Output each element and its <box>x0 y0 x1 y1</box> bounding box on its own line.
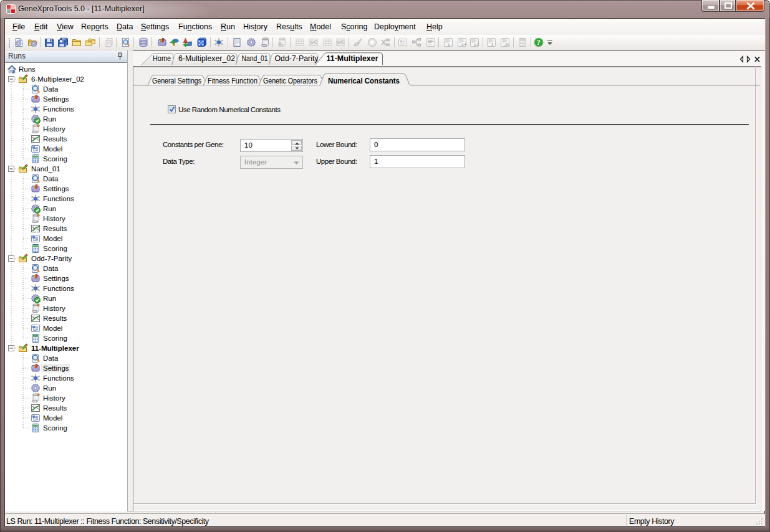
svg-text:Runs: Runs <box>19 65 36 73</box>
svg-text:Scoring: Scoring <box>43 335 67 342</box>
svg-text:Scoring: Scoring <box>43 155 67 163</box>
svg-text:Nand_01: Nand_01 <box>242 54 268 63</box>
svg-text:Model: Model <box>43 325 62 332</box>
svg-text:History: History <box>43 125 65 133</box>
svg-text:11-Multiplexer: 11-Multiplexer <box>31 344 79 352</box>
svg-text:Data: Data <box>43 175 59 183</box>
svg-text:Functions: Functions <box>43 285 74 292</box>
svg-text:Data: Data <box>43 85 59 93</box>
svg-text:?: ? <box>537 38 541 47</box>
svg-text:Results: Results <box>43 225 67 232</box>
svg-text:11-Multiplexer: 11-Multiplexer <box>327 54 378 63</box>
svg-text:6-Multiplexer_02: 6-Multiplexer_02 <box>31 75 84 83</box>
svg-text:c++: c++ <box>461 42 467 47</box>
svg-text:Results: Results <box>43 315 67 322</box>
svg-text:Scoring: Scoring <box>43 245 67 252</box>
svg-text:Functions: Functions <box>43 195 74 202</box>
svg-text:Data: Data <box>43 354 59 362</box>
svg-text:Numerical Constants: Numerical Constants <box>328 77 400 85</box>
svg-text:Genetic Operators: Genetic Operators <box>263 77 317 85</box>
svg-text:Functions: Functions <box>43 374 74 382</box>
svg-text:Settings: Settings <box>43 95 69 103</box>
svg-text:Odd-7-Parity: Odd-7-Parity <box>275 54 319 63</box>
svg-text:History: History <box>43 394 65 402</box>
svg-text:Model: Model <box>43 235 62 242</box>
svg-text:Fitness Function: Fitness Function <box>208 77 257 85</box>
svg-text:Results: Results <box>43 404 67 412</box>
svg-text:Home: Home <box>153 54 171 63</box>
svg-text:History: History <box>43 305 65 312</box>
svg-text:Run: Run <box>43 384 56 392</box>
svg-text:Scoring: Scoring <box>43 424 67 432</box>
svg-text:History: History <box>43 215 65 222</box>
svg-text:Settings: Settings <box>43 185 69 192</box>
svg-text:Data: Data <box>43 265 59 272</box>
svg-text:Run: Run <box>43 115 56 123</box>
svg-text:6-Multiplexer_02: 6-Multiplexer_02 <box>178 54 235 63</box>
svg-text:Odd-7-Parity: Odd-7-Parity <box>31 255 72 262</box>
svg-text:Model: Model <box>43 145 62 153</box>
svg-text:Run: Run <box>43 205 56 212</box>
svg-text:Functions: Functions <box>43 105 74 113</box>
svg-text:Nand_01: Nand_01 <box>31 165 60 173</box>
svg-text:c#: c# <box>474 42 479 47</box>
svg-text:General Settings: General Settings <box>152 77 201 85</box>
svg-text:J: J <box>491 42 493 47</box>
svg-text:Results: Results <box>43 135 67 143</box>
svg-text:Model: Model <box>43 414 62 422</box>
svg-text:Settings: Settings <box>43 364 69 372</box>
svg-text:c: c <box>448 42 450 47</box>
svg-text:Run: Run <box>43 295 56 302</box>
svg-text:Js: Js <box>504 42 509 47</box>
svg-text:Settings: Settings <box>43 275 69 282</box>
